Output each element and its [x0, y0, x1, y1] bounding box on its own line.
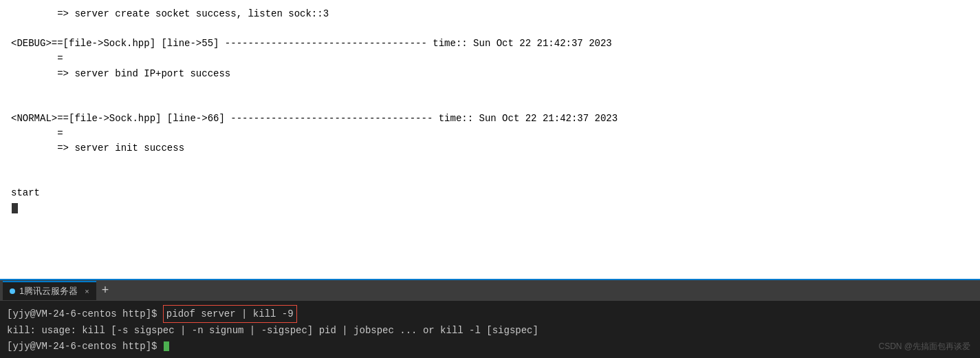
terminal-top-cursor	[12, 203, 18, 213]
command-highlighted: pidof server | kill -9	[163, 305, 297, 323]
prompt-line-1: [yjy@VM-24-6-centos http]$ pidof server …	[7, 308, 297, 319]
tab-bar: 1腾讯云服务器 × +	[0, 279, 980, 301]
prompt-line-2: [yjy@VM-24-6-centos http]$	[7, 341, 169, 352]
terminal-cursor	[164, 341, 169, 351]
terminal-bottom-area: [yjy@VM-24-6-centos http]$ pidof server …	[0, 301, 980, 358]
kill-output-line: kill: usage: kill [-s sigspec | -n signu…	[7, 325, 538, 336]
tab-add-button[interactable]: +	[96, 283, 115, 297]
watermark: CSDN @先搞面包再谈爱	[878, 341, 970, 352]
prompt-1: [yjy@VM-24-6-centos http]$	[7, 308, 163, 319]
terminal-top-output: => server create socket success, listen …	[11, 7, 969, 216]
terminal-top-area: => server create socket success, listen …	[0, 0, 980, 279]
prompt-2: [yjy@VM-24-6-centos http]$	[7, 341, 163, 352]
terminal-bottom-output: [yjy@VM-24-6-centos http]$ pidof server …	[7, 305, 973, 354]
tab-close-button[interactable]: ×	[85, 287, 89, 295]
tab-label: 1腾讯云服务器	[19, 285, 78, 297]
tab-dot-icon	[10, 288, 15, 294]
tab-item-server[interactable]: 1腾讯云服务器 ×	[3, 281, 96, 300]
